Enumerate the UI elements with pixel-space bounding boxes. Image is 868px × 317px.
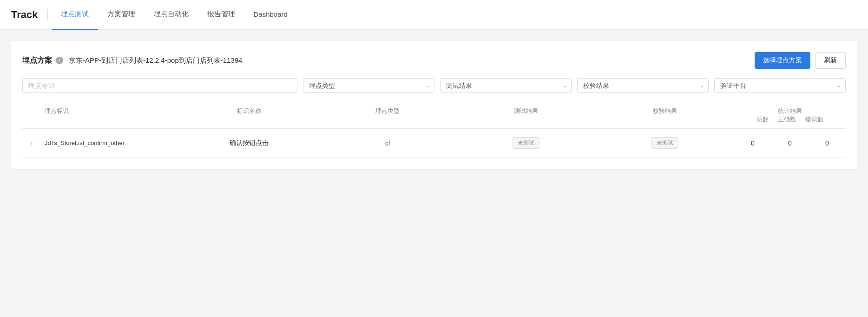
row-correct: 0 xyxy=(771,139,809,147)
card-title-section: 埋点方案 i 京东-APP-到店门店列表-12.2.4-pop到店门店列表-11… xyxy=(22,56,242,66)
stats-correct-label: 正确数 xyxy=(778,115,796,124)
app-logo: Track xyxy=(11,9,48,21)
row-total: 0 xyxy=(734,139,771,147)
stats-label: 统计结果 xyxy=(778,107,802,115)
card-actions: 选择埋点方案 刷新 xyxy=(755,52,846,69)
filter-row: 埋点类型 ⌄ 测试结果 ⌄ 校验结果 ⌄ 验证平台 ⌄ xyxy=(22,78,846,93)
tracking-card: 埋点方案 i 京东-APP-到店门店列表-12.2.4-pop到店门店列表-11… xyxy=(11,41,857,169)
row-test-result: 未测试 xyxy=(457,137,595,149)
verify-select[interactable]: 校验结果 xyxy=(577,78,709,93)
platform-select[interactable]: 验证平台 xyxy=(714,78,846,93)
tracking-table: 埋点标识 标识名称 埋点类型 测试结果 校验结果 统计结果 总数 正确数 错误数 xyxy=(22,102,846,158)
main-nav: 埋点测试 方案管理 埋点自动化 报告管理 Dashboard xyxy=(52,0,297,29)
result-select-wrapper: 测试结果 ⌄ xyxy=(440,78,572,93)
nav-item-tracking-test[interactable]: 埋点测试 xyxy=(52,0,98,30)
select-scheme-button[interactable]: 选择埋点方案 xyxy=(755,52,810,69)
info-icon[interactable]: i xyxy=(56,57,63,64)
verify-result-badge: 未测试 xyxy=(651,137,678,149)
test-result-badge: 未测试 xyxy=(513,137,539,149)
header-test-result: 测试结果 xyxy=(457,107,595,124)
platform-select-wrapper: 验证平台 ⌄ xyxy=(714,78,846,93)
header-verify-result: 校验结果 xyxy=(596,107,734,124)
result-select[interactable]: 测试结果 xyxy=(440,78,572,93)
stats-error-label: 错误数 xyxy=(805,115,823,124)
header: Track 埋点测试 方案管理 埋点自动化 报告管理 Dashboard xyxy=(0,0,868,30)
header-name: 标识名称 xyxy=(179,107,318,124)
main-content: 埋点方案 i 京东-APP-到店门店列表-12.2.4-pop到店门店列表-11… xyxy=(0,30,868,180)
refresh-button[interactable]: 刷新 xyxy=(815,52,846,69)
table-header: 埋点标识 标识名称 埋点类型 测试结果 校验结果 统计结果 总数 正确数 错误数 xyxy=(22,102,846,129)
identifier-input[interactable] xyxy=(22,78,297,93)
card-title: 埋点方案 xyxy=(22,56,52,66)
row-identifier: JdTs_StoreList_confirm_other xyxy=(41,139,179,148)
type-select[interactable]: 埋点类型 xyxy=(303,78,434,93)
row-name: 确认按钮点击 xyxy=(179,139,318,147)
row-expand-button[interactable]: › xyxy=(22,139,41,146)
nav-item-plan-management[interactable]: 方案管理 xyxy=(98,0,145,30)
type-select-wrapper: 埋点类型 ⌄ xyxy=(303,78,434,93)
table-row: › JdTs_StoreList_confirm_other 确认按钮点击 cl… xyxy=(22,129,846,158)
row-type: cl xyxy=(318,139,457,147)
row-error: 0 xyxy=(809,139,846,147)
scheme-name: 京东-APP-到店门店列表-12.2.4-pop到店门店列表-11394 xyxy=(69,56,242,65)
header-stats: 统计结果 总数 正确数 错误数 xyxy=(734,107,846,124)
header-identifier: 埋点标识 xyxy=(41,107,179,124)
header-expand xyxy=(22,107,41,124)
verify-select-wrapper: 校验结果 ⌄ xyxy=(577,78,709,93)
nav-item-report-management[interactable]: 报告管理 xyxy=(198,0,244,30)
stats-total-label: 总数 xyxy=(756,115,769,124)
nav-item-dashboard[interactable]: Dashboard xyxy=(244,0,297,30)
nav-item-automation[interactable]: 埋点自动化 xyxy=(145,0,198,30)
header-type: 埋点类型 xyxy=(318,107,457,124)
row-verify-result: 未测试 xyxy=(596,137,734,149)
card-header: 埋点方案 i 京东-APP-到店门店列表-12.2.4-pop到店门店列表-11… xyxy=(22,52,846,69)
